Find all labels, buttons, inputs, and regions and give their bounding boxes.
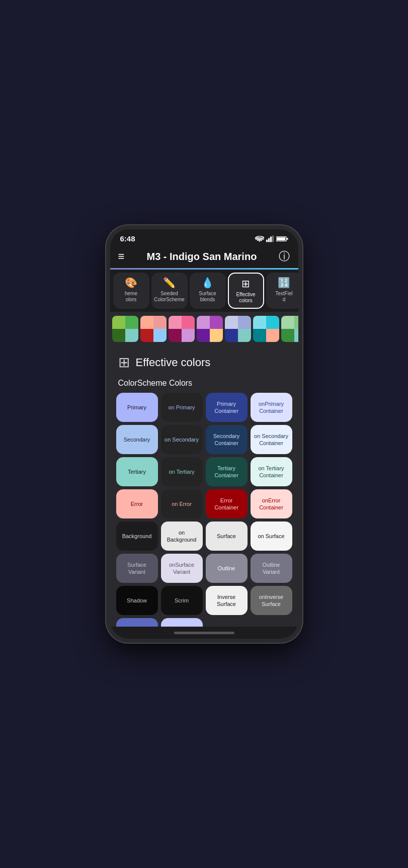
status-time: 6:48 [120, 234, 135, 243]
home-indicator [174, 632, 234, 634]
svg-rect-3 [272, 235, 274, 242]
svg-rect-0 [266, 239, 268, 242]
color-card-18[interactable]: Surface [206, 522, 248, 551]
color-card-13[interactable]: on Error [161, 489, 203, 518]
svg-rect-1 [268, 238, 270, 242]
status-bar: 6:48 [110, 229, 298, 245]
swatch-0 [112, 316, 138, 342]
tab-theme[interactable]: 🎨 hemeolors [113, 273, 149, 309]
tab-surface-label: Surfaceblends [199, 291, 216, 303]
info-icon[interactable]: ⓘ [279, 249, 290, 264]
swatch-2 [169, 316, 195, 342]
tab-textfield[interactable]: 🔢 TextField [266, 273, 298, 309]
color-card-11[interactable]: on Tertiary Container [251, 457, 292, 486]
tab-surface[interactable]: 💧 Surfaceblends [190, 273, 226, 309]
color-card-28[interactable]: Inverse Primary [116, 618, 158, 627]
color-card-25[interactable]: Scrim [161, 586, 203, 615]
section-icon: ⊞ [118, 354, 130, 371]
tab-theme-label: hemeolors [125, 291, 137, 303]
status-icons [255, 235, 288, 242]
color-card-4[interactable]: Secondary [116, 425, 158, 454]
color-card-16[interactable]: Background [116, 522, 158, 551]
color-card-29[interactable]: Surface Tint [161, 618, 203, 627]
color-card-14[interactable]: Error Container [206, 489, 248, 518]
swatches-row [110, 312, 298, 346]
color-card-9[interactable]: on Tertiary [161, 457, 203, 486]
phone-frame: 6:48 ≡ M3 - Indigo San Marino ⓘ [106, 225, 302, 643]
signal-icon [266, 235, 274, 242]
color-card-7[interactable]: on Secondary Container [251, 425, 292, 454]
tab-textfield-label: TextField [275, 291, 292, 303]
swatch-1 [140, 316, 167, 342]
svg-rect-2 [270, 236, 272, 242]
top-bar: ≡ M3 - Indigo San Marino ⓘ [110, 245, 298, 268]
color-card-6[interactable]: Secondary Container [206, 425, 248, 454]
color-card-27[interactable]: onInverse Surface [251, 586, 292, 615]
svg-rect-5 [287, 238, 288, 239]
color-card-20[interactable]: Surface Variant [116, 554, 158, 583]
surface-icon: 💧 [201, 277, 214, 289]
color-grid-section: ColorScheme Colors Primaryon PrimaryPrim… [110, 375, 298, 627]
wifi-icon [255, 235, 264, 242]
color-grid: Primaryon PrimaryPrimary ContaineronPrim… [116, 393, 292, 627]
color-card-26[interactable]: Inverse Surface [206, 586, 248, 615]
section-header: ⊞ Effective colors [110, 346, 298, 375]
menu-icon[interactable]: ≡ [118, 250, 125, 263]
swatch-6 [281, 316, 298, 342]
color-grid-title: ColorScheme Colors [116, 379, 292, 388]
svg-rect-6 [277, 237, 285, 240]
textfield-icon: 🔢 [278, 277, 290, 289]
color-card-2[interactable]: Primary Container [206, 393, 248, 422]
tab-seeded-label: SeededColorScheme [154, 291, 185, 303]
main-scroll[interactable]: ⊞ Effective colors ColorScheme Colors Pr… [110, 312, 298, 627]
battery-icon [276, 235, 288, 242]
color-card-24[interactable]: Shadow [116, 586, 158, 615]
effective-icon: ⊞ [241, 278, 250, 290]
app-title: M3 - Indigo San Marino [146, 251, 257, 263]
home-bar [110, 627, 298, 639]
seeded-icon: ✏️ [163, 277, 176, 289]
color-card-0[interactable]: Primary [116, 393, 158, 422]
color-card-1[interactable]: on Primary [161, 393, 203, 422]
color-card-15[interactable]: onError Container [251, 489, 292, 518]
tab-row: 🎨 hemeolors ✏️ SeededColorScheme 💧 Surfa… [110, 270, 298, 312]
color-card-17[interactable]: on Background [161, 522, 203, 551]
color-card-3[interactable]: onPrimary Container [251, 393, 292, 422]
color-card-8[interactable]: Tertiary [116, 457, 158, 486]
tab-effective[interactable]: ⊞ Effectivecolors [228, 273, 264, 309]
swatch-3 [197, 316, 223, 342]
section-title: Effective colors [136, 356, 211, 369]
color-card-10[interactable]: Tertiary Container [206, 457, 248, 486]
swatch-4 [225, 316, 251, 342]
color-card-21[interactable]: onSurface Variant [161, 554, 203, 583]
color-card-19[interactable]: on Surface [251, 522, 292, 551]
tab-effective-label: Effectivecolors [236, 292, 255, 304]
swatch-5 [253, 316, 279, 342]
color-card-12[interactable]: Error [116, 489, 158, 518]
palette-icon: 🎨 [125, 277, 137, 289]
color-card-22[interactable]: Outline [206, 554, 248, 583]
color-card-5[interactable]: on Secondary [161, 425, 203, 454]
tab-seeded[interactable]: ✏️ SeededColorScheme [151, 273, 188, 309]
color-card-23[interactable]: Outline Variant [251, 554, 292, 583]
